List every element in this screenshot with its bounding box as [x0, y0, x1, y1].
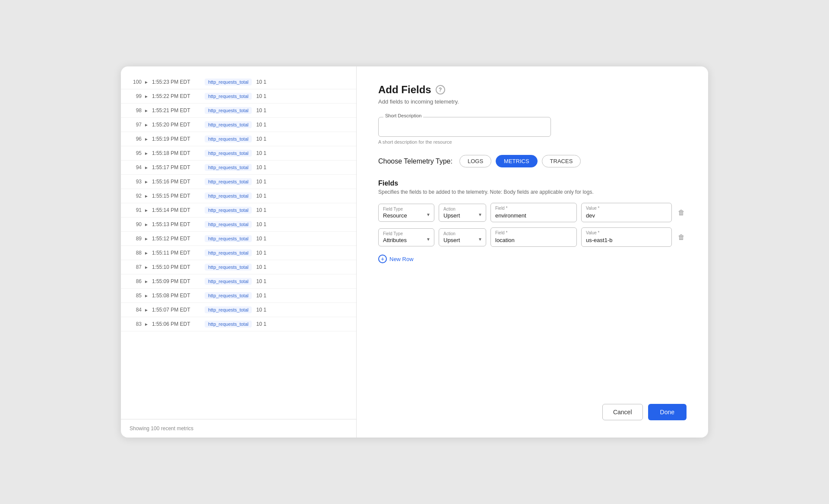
log-time: 1:55:10 PM EDT — [152, 264, 199, 270]
log-row[interactable]: 87 ► 1:55:10 PM EDT http_requests_total … — [121, 260, 356, 274]
telemetry-type-buttons: LOGSMETRICSTRACES — [459, 155, 581, 167]
log-row[interactable]: 90 ► 1:55:13 PM EDT http_requests_total … — [121, 217, 356, 232]
value-input-0[interactable] — [586, 212, 667, 219]
log-tag: http_requests_total — [205, 235, 252, 242]
log-time: 1:55:14 PM EDT — [152, 207, 199, 213]
telemetry-btn-metrics[interactable]: METRICS — [496, 155, 538, 167]
new-row-button[interactable]: + New Row — [378, 255, 687, 263]
field-input-1[interactable] — [495, 237, 572, 243]
log-tag: http_requests_total — [205, 150, 252, 157]
log-tag: http_requests_total — [205, 79, 252, 85]
field-type-group-0: Field TypeResourceAttributesBody▼ — [378, 204, 434, 222]
log-time: 1:55:16 PM EDT — [152, 179, 199, 185]
log-time: 1:55:06 PM EDT — [152, 321, 199, 327]
expand-icon[interactable]: ► — [144, 137, 149, 142]
log-row[interactable]: 83 ► 1:55:06 PM EDT http_requests_total … — [121, 317, 356, 331]
log-row[interactable]: 92 ► 1:55:15 PM EDT http_requests_total … — [121, 189, 356, 203]
expand-icon[interactable]: ► — [144, 194, 149, 198]
field-row-1: Field TypeResourceAttributesBody▼ActionU… — [378, 227, 687, 247]
value-input-1[interactable] — [586, 237, 667, 243]
expand-icon[interactable]: ► — [144, 279, 149, 284]
expand-icon[interactable]: ► — [144, 208, 149, 213]
action-select-1[interactable]: UpsertInsertUpdateDelete — [443, 237, 469, 243]
log-time: 1:55:17 PM EDT — [152, 164, 199, 170]
expand-icon[interactable]: ► — [144, 108, 149, 113]
help-icon[interactable]: ? — [436, 85, 445, 94]
log-row[interactable]: 94 ► 1:55:17 PM EDT http_requests_total … — [121, 161, 356, 175]
log-row[interactable]: 91 ► 1:55:14 PM EDT http_requests_total … — [121, 203, 356, 217]
log-row[interactable]: 85 ► 1:55:08 PM EDT http_requests_total … — [121, 289, 356, 303]
expand-icon[interactable]: ► — [144, 265, 149, 270]
action-label-0: Action — [443, 207, 481, 211]
field-rows-container: Field TypeResourceAttributesBody▼ActionU… — [378, 203, 687, 252]
log-row[interactable]: 84 ► 1:55:07 PM EDT http_requests_total … — [121, 303, 356, 317]
expand-icon[interactable]: ► — [144, 222, 149, 227]
expand-icon[interactable]: ► — [144, 180, 149, 184]
log-count: 10 1 — [256, 93, 266, 99]
log-tag: http_requests_total — [205, 121, 252, 128]
log-time: 1:55:09 PM EDT — [152, 278, 199, 284]
log-time: 1:55:22 PM EDT — [152, 93, 199, 99]
log-num: 85 — [130, 293, 142, 299]
log-time: 1:55:21 PM EDT — [152, 107, 199, 113]
short-description-input[interactable] — [378, 117, 551, 137]
expand-icon[interactable]: ► — [144, 151, 149, 156]
action-select-0[interactable]: UpsertInsertUpdateDelete — [443, 212, 469, 219]
log-count: 10 1 — [256, 221, 266, 227]
log-row[interactable]: 96 ► 1:55:19 PM EDT http_requests_total … — [121, 132, 356, 146]
expand-icon[interactable]: ► — [144, 123, 149, 127]
log-tag: http_requests_total — [205, 221, 252, 228]
cancel-button[interactable]: Cancel — [602, 404, 643, 420]
field-type-label-0: Field Type — [383, 207, 430, 211]
log-time: 1:55:15 PM EDT — [152, 193, 199, 199]
expand-icon[interactable]: ► — [144, 165, 149, 170]
log-num: 88 — [130, 250, 142, 256]
log-time: 1:55:18 PM EDT — [152, 150, 199, 156]
log-tag: http_requests_total — [205, 178, 252, 185]
expand-icon[interactable]: ► — [144, 236, 149, 241]
new-row-label: New Row — [389, 256, 414, 262]
field-row-0: Field TypeResourceAttributesBody▼ActionU… — [378, 203, 687, 222]
value-group-1: Value * — [581, 227, 672, 247]
field-input-0[interactable] — [495, 212, 572, 219]
delete-row-button-1[interactable]: 🗑 — [676, 232, 687, 243]
log-count: 10 1 — [256, 193, 266, 199]
log-row[interactable]: 88 ► 1:55:11 PM EDT http_requests_total … — [121, 246, 356, 260]
log-row[interactable]: 99 ► 1:55:22 PM EDT http_requests_total … — [121, 89, 356, 104]
expand-icon[interactable]: ► — [144, 251, 149, 255]
panel-subtitle: Add fields to incoming telemetry. — [378, 98, 687, 105]
log-num: 97 — [130, 122, 142, 128]
log-row[interactable]: 100 ► 1:55:23 PM EDT http_requests_total… — [121, 75, 356, 89]
expand-icon[interactable]: ► — [144, 322, 149, 327]
log-row[interactable]: 98 ► 1:55:21 PM EDT http_requests_total … — [121, 104, 356, 118]
done-button[interactable]: Done — [648, 404, 687, 420]
log-row[interactable]: 89 ► 1:55:12 PM EDT http_requests_total … — [121, 232, 356, 246]
log-count: 10 1 — [256, 250, 266, 256]
log-tag: http_requests_total — [205, 249, 252, 256]
log-row[interactable]: 95 ► 1:55:18 PM EDT http_requests_total … — [121, 146, 356, 161]
log-count: 10 1 — [256, 321, 266, 327]
log-tag: http_requests_total — [205, 107, 252, 114]
field-type-select-0[interactable]: ResourceAttributesBody — [383, 212, 415, 219]
log-time: 1:55:11 PM EDT — [152, 250, 199, 256]
delete-row-button-0[interactable]: 🗑 — [676, 207, 687, 218]
log-row[interactable]: 93 ► 1:55:16 PM EDT http_requests_total … — [121, 175, 356, 189]
log-row[interactable]: 86 ► 1:55:09 PM EDT http_requests_total … — [121, 274, 356, 289]
action-group-1: ActionUpsertInsertUpdateDelete▼ — [439, 228, 486, 246]
panel-header: Add Fields ? — [378, 84, 687, 96]
right-panel: Add Fields ? Add fields to incoming tele… — [357, 66, 708, 438]
expand-icon[interactable]: ► — [144, 94, 149, 99]
expand-icon[interactable]: ► — [144, 80, 149, 85]
field-type-select-1[interactable]: ResourceAttributesBody — [383, 237, 415, 243]
log-row[interactable]: 97 ► 1:55:20 PM EDT http_requests_total … — [121, 118, 356, 132]
telemetry-btn-traces[interactable]: TRACES — [542, 155, 581, 167]
log-tag: http_requests_total — [205, 135, 252, 142]
log-count: 10 1 — [256, 179, 266, 185]
expand-icon[interactable]: ► — [144, 308, 149, 312]
log-tag: http_requests_total — [205, 93, 252, 100]
log-count: 10 1 — [256, 293, 266, 299]
log-num: 92 — [130, 193, 142, 199]
expand-icon[interactable]: ► — [144, 293, 149, 298]
telemetry-btn-logs[interactable]: LOGS — [459, 155, 491, 167]
log-count: 10 1 — [256, 150, 266, 156]
